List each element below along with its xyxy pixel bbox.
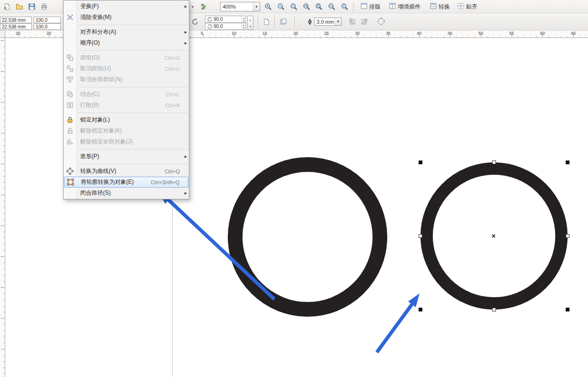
chevron-down-icon[interactable]: ▼ [335,18,341,25]
toolbar-button-label: 增强插件 [398,3,420,11]
object-width-value: 22.538 mm [2,18,26,23]
menu-item-unlock-all-objects[interactable]: 解除锁定全部对象(J) [64,136,189,147]
spinner-up-icon[interactable]: ▴ [248,16,253,23]
zoom-page-icon[interactable] [315,2,323,11]
rotation-angle-value: 90.0 [214,17,242,22]
menu-item-break-apart[interactable]: 打散(B)Ctrl+K [64,100,189,111]
menu-item-label: 闭合路径(S) [76,189,111,197]
menu-item-convert-to-curves[interactable]: 转换为曲线(V)Ctrl+Q [64,166,189,177]
zoom-selected-icon[interactable] [289,2,298,11]
ruler-label: 10 [232,31,236,36]
spinner-arrows-icon[interactable]: ▴▾ [242,16,245,22]
curve-nodes-icon[interactable] [377,17,385,26]
clear-transform-icon [64,12,76,23]
toolbar-button-label: 转换 [439,3,450,11]
selection-handle-top-left[interactable] [419,160,422,164]
ruler-label: 20 [293,31,298,36]
view-adjust-icon[interactable] [199,2,208,11]
save-icon[interactable] [28,2,36,11]
menu-item-label: 取消群组(U) [76,65,111,73]
menu-item-lock-object[interactable]: 锁定对象(L) [64,114,189,125]
arrow-to-right-ring [377,293,420,352]
menu-item-label: 解除锁定全部对象(J) [76,138,132,146]
selection-handle-top-right[interactable] [566,160,569,164]
toolbar-button-zengqiang-chajian[interactable]: 增强插件 [385,1,424,12]
selection-handle-middle-right[interactable] [566,234,569,238]
print-icon[interactable] [40,2,48,11]
menu-icon-empty [64,151,76,162]
toolbar-overflow-chevron-icon[interactable]: ▾ [192,5,194,9]
toolbar-button-paiban[interactable]: 排版 [357,1,384,12]
menu-item-close-path[interactable]: 闭合路径(S)▶ [64,188,189,198]
menu-item-order[interactable]: 顺序(O)▶ [64,38,189,48]
ruler-label: 20 [47,31,51,36]
menu-separator [64,111,189,114]
wrap-text-alt-icon[interactable] [360,18,368,26]
scale-vertical-field[interactable]: 100.0 [34,23,61,30]
rotation-angle-field-1[interactable]: 90.0 ▴▾ [205,16,246,23]
group-icon [64,52,76,63]
layers-icon[interactable] [279,18,288,26]
zoom-page-width-icon[interactable] [327,2,336,11]
menu-item-label: 将轮廓转换为对象(E) [77,178,134,186]
spinner-arrows-icon[interactable]: ▴▾ [242,23,245,29]
zoom-in-icon[interactable] [264,2,272,11]
menu-item-label: 结合(C) [76,90,100,98]
ruler-label: 65 [571,31,576,36]
menu-item-label: 解除锁定对象(K) [76,127,122,135]
rotate-icon[interactable] [191,18,199,26]
menu-icon-empty [64,27,76,38]
submenu-arrow-icon: ▶ [183,30,189,34]
toolbar-button-label: 排版 [369,3,381,11]
selection-handle-bottom-center[interactable] [492,308,496,311]
menu-item-label: 群组(G) [76,54,100,62]
ungroup-icon [64,63,76,74]
spinner-down-icon[interactable]: ▾ [248,23,253,29]
vertical-ruler[interactable] [0,38,5,377]
selection-handle-bottom-right[interactable] [566,308,569,311]
toolbar-button-zhuanhuan[interactable]: 转换 [426,1,454,12]
scale-horizontal-field[interactable]: 100.0 [34,17,61,23]
menu-item-ungroup-all[interactable]: 取消全部群组(N) [64,74,189,85]
menu-item-label: 变换(F) [76,2,99,10]
selection-handle-bottom-left[interactable] [419,308,422,311]
chevron-down-icon[interactable]: ▼ [253,2,260,11]
menu-item-unlock-object[interactable]: 解除锁定对象(K) [64,125,189,136]
menu-icon-empty [64,188,76,198]
menu-item-group[interactable]: 群组(G)Ctrl+G [64,52,189,63]
selection-handle-top-center[interactable] [492,160,496,164]
menu-item-align-and-distribute[interactable]: 对齐和分布(A)▶ [64,27,189,38]
rotation-angle-field-2[interactable]: 90.0 ▴▾ [205,23,246,30]
menu-item-shortcut: Ctrl+G [165,55,183,61]
break-apart-icon [64,100,76,111]
ring-shape-left[interactable] [228,157,387,317]
outline-width-combobox[interactable]: 3.0 mm ▼ [314,18,342,26]
unlock-all-icon [64,136,76,147]
selection-handle-middle-left[interactable] [419,234,422,238]
menu-separator [64,85,189,89]
menu-item-combine[interactable]: 结合(C)Ctrl+L [64,89,189,100]
angle-extra-buttons[interactable]: ▴ ▾ [247,16,253,30]
mirror-page-icon[interactable] [262,18,271,26]
menu-item-transform[interactable]: 变换(F)▶ [64,1,189,12]
ruler-label: 50 [478,31,483,36]
wrap-text-icon[interactable] [348,18,357,26]
menu-item-convert-outline-to-object[interactable]: 将轮廓转换为对象(E)Ctrl+Shift+Q [64,177,188,188]
zoom-out-icon[interactable] [277,2,285,11]
toolbar-button-tieqi[interactable]: 贴齐 [454,1,481,12]
ruler-label: 45 [448,31,452,36]
open-folder-icon[interactable] [15,2,24,11]
zoom-all-objects-icon[interactable] [302,2,311,11]
rotation-angle-icon [207,17,213,22]
submenu-arrow-icon: ▶ [183,5,189,9]
menu-item-ungroup[interactable]: 取消群组(U)Ctrl+U [64,63,189,74]
menu-item-clear-transformations[interactable]: 清除变换(M) [64,12,189,23]
object-width-field[interactable]: 22.538 mm [0,17,32,23]
menu-item-label: 清除变换(M) [76,13,112,21]
object-height-field[interactable]: 22.538 mm [0,23,32,30]
menu-item-shaping[interactable]: 造形(P)▶ [64,151,189,162]
zoom-level-combobox[interactable]: 400% ▼ [220,2,260,11]
zoom-page-height-icon[interactable] [340,2,349,11]
new-document-icon[interactable] [3,2,11,11]
plugin-window-icon [389,3,396,10]
